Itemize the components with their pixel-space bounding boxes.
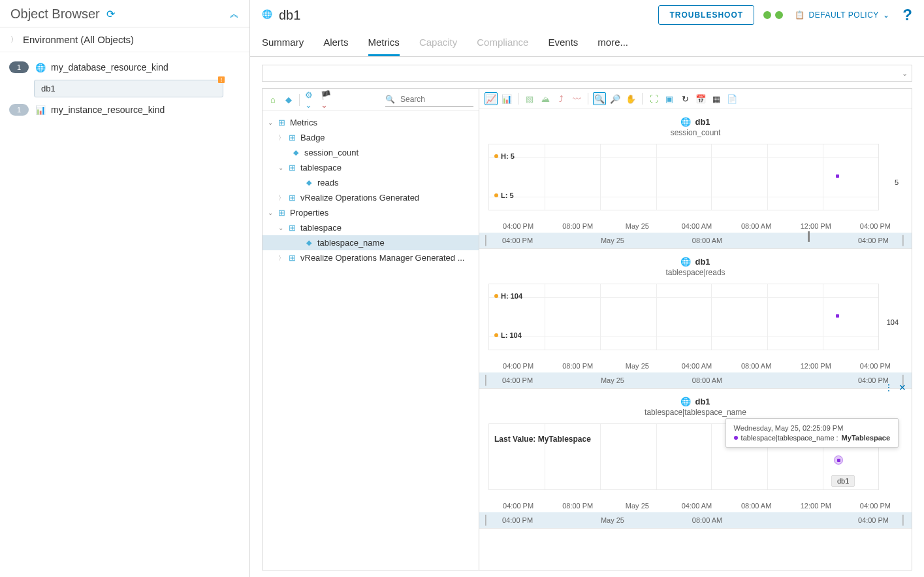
x-axis-labels: 04:00 PM08:00 PMMay 2504:00 AM08:00 AM12…	[479, 362, 912, 372]
table-icon[interactable]: ▦	[710, 92, 723, 105]
policy-dropdown[interactable]: 📋 DEFAULT POLICY ⌄	[795, 10, 889, 20]
export-icon[interactable]: 📄	[725, 92, 739, 105]
policy-icon: 📋	[795, 10, 805, 20]
more-icon[interactable]: ⋮	[884, 382, 893, 393]
pan-icon[interactable]: ✋	[624, 92, 637, 105]
tab-more[interactable]: more...	[597, 30, 628, 56]
tab-events[interactable]: Events	[548, 30, 578, 56]
troubleshoot-button[interactable]: TROUBLESHOOT	[658, 5, 754, 25]
environment-row[interactable]: 〉 Environment (All Objects)	[0, 27, 249, 52]
slider-handle-left-icon[interactable]: ⎢	[485, 375, 489, 386]
fit-icon[interactable]: ▣	[663, 92, 676, 105]
x-axis-labels: 04:00 PM08:00 PMMay 2504:00 AM08:00 AM12…	[479, 222, 912, 233]
warning-icon: !	[218, 76, 225, 83]
metrics-search[interactable]: 🔍	[385, 93, 473, 107]
slider-handle-right-icon[interactable]: ⎢	[902, 235, 906, 246]
reload-icon[interactable]: ↻	[678, 92, 692, 105]
tree-leaf-session-count[interactable]: ◆session_count	[263, 145, 479, 160]
filter-bar[interactable]: ⌄	[262, 65, 912, 82]
tab-metrics[interactable]: Metrics	[368, 30, 400, 56]
zoom-out-icon[interactable]: 🔎	[609, 92, 622, 105]
database-icon: 🌐	[680, 397, 691, 406]
time-slider[interactable]: ⎢ 04:00 PMMay 2508:00 AM04:00 PM ⎢	[479, 512, 912, 528]
close-icon[interactable]: ✕	[899, 382, 906, 393]
x-axis-labels: 04:00 PM08:00 PMMay 2504:00 AM08:00 AM12…	[479, 502, 912, 512]
chart-tooltip: Wednesday, May 25, 02:25:09 PM tablespac…	[725, 418, 899, 448]
charts-panel: 📈 📊 ▧ ⛰ ⤴ 〰 🔍 🔎 ✋ ⛶ ▣ ↻ 📅 ▦	[479, 89, 912, 570]
collapse-all-icon[interactable]: ◆	[283, 95, 294, 105]
tree-node-tablespace[interactable]: ⌄⊞tablespace	[263, 160, 479, 175]
chart-type-bar-icon[interactable]: 📊	[500, 92, 513, 105]
tab-capacity[interactable]: Capacity	[419, 30, 457, 56]
time-slider[interactable]: ⎢ 04:00 PMMay 2508:00 AM04:00 PM ⎢	[479, 233, 912, 248]
collapse-icon[interactable]: ︽	[230, 8, 239, 20]
tree-node-vrops-gen[interactable]: 〉⊞vRealize Operations Generated	[263, 190, 479, 205]
tree-node-vrops-mgr[interactable]: 〉⊞vRealize Operations Manager Generated …	[263, 250, 479, 265]
chart-tablespace-reads: 🌐db1 tablespace|reads H: 104 L: 104	[479, 249, 912, 389]
tree-node-metrics[interactable]: ⌄⊞Metrics	[263, 115, 479, 130]
tab-alerts[interactable]: Alerts	[323, 30, 348, 56]
tree-leaf-reads[interactable]: ◆reads	[263, 175, 479, 190]
resource-kind-label: my_instance_resource_kind	[51, 105, 165, 115]
gear-icon[interactable]: ⚙ ⌄	[305, 95, 315, 105]
tree-node-badge[interactable]: 〉⊞Badge	[263, 130, 479, 145]
resource-item-label: db1	[41, 84, 56, 93]
chart-plot-area[interactable]: H: 5 L: 5	[488, 144, 879, 210]
status-dot-icon	[775, 11, 783, 19]
resource-kind-row[interactable]: 1 📊 my_instance_resource_kind	[0, 101, 249, 118]
chart-anomaly-icon[interactable]: 〰	[570, 92, 583, 105]
database-icon: 🌐	[262, 9, 274, 21]
database-icon: 🌐	[680, 117, 691, 127]
tab-compliance[interactable]: Compliance	[477, 30, 528, 56]
slider-handle-right-icon[interactable]: ⎢	[902, 515, 906, 525]
refresh-icon[interactable]: ⟳	[106, 8, 115, 20]
count-badge: 1	[9, 104, 29, 116]
chart-tablespace-name: 🌐db1 tablespace|tablespace_name ⋮ ✕ Last…	[479, 389, 912, 529]
instance-icon: 📊	[35, 105, 46, 115]
tree-leaf-tablespace-name[interactable]: ◆tablespace_name	[263, 235, 479, 250]
tree-node-tablespace2[interactable]: ⌄⊞tablespace	[263, 220, 479, 235]
chart-trend-icon[interactable]: ⤴	[554, 92, 567, 105]
database-icon: 🌐	[35, 62, 46, 73]
metrics-tree-panel: ⌂ ◆ ⚙ ⌄ 🏴 ⌄ 🔍 ⌄⊞Metrics 〉⊞Badge ◆session…	[263, 89, 479, 570]
chart-area-icon[interactable]: ⛰	[539, 92, 552, 105]
expand-icon[interactable]: ⛶	[647, 92, 660, 105]
chart-session-count: 🌐db1 session_count H: 5 L: 5	[479, 109, 912, 249]
policy-label: DEFAULT POLICY	[809, 10, 879, 20]
environment-label: Environment (All Objects)	[23, 34, 134, 45]
database-icon: 🌐	[680, 257, 691, 267]
main-header: 🌐 db1 TROUBLESHOOT 📋 DEFAULT POLICY ⌄ ?	[250, 0, 924, 30]
chevron-right-icon: 〉	[10, 35, 18, 44]
tab-bar: Summary Alerts Metrics Capacity Complian…	[250, 30, 924, 57]
tree-node-properties[interactable]: ⌄⊞Properties	[263, 205, 479, 220]
last-value-label: Last Value: MyTablespace	[494, 435, 591, 444]
expand-icon: ⌄	[902, 69, 908, 78]
resource-kind-row[interactable]: 1 🌐 my_database_resource_kind	[0, 59, 249, 76]
slider-handle-left-icon[interactable]: ⎢	[485, 515, 489, 525]
slider-handle-left-icon[interactable]: ⎢	[485, 235, 489, 246]
hover-chip: db1	[831, 475, 855, 487]
chart-plot-area[interactable]: H: 104 L: 104	[488, 284, 879, 350]
zoom-icon[interactable]: 🔍	[593, 92, 606, 105]
chart-stacked-icon[interactable]: ▧	[523, 92, 536, 105]
object-browser-panel: Object Browser ⟳ ︽ 〉 Environment (All Ob…	[0, 0, 250, 577]
home-icon[interactable]: ⌂	[268, 95, 278, 105]
status-dot-icon	[763, 11, 771, 19]
tab-summary[interactable]: Summary	[262, 30, 304, 56]
chart-type-line-icon[interactable]: 📈	[485, 92, 498, 105]
time-slider[interactable]: ⎢ 04:00 PMMay 2508:00 AM04:00 PM ⎢	[479, 372, 912, 388]
search-input[interactable]	[398, 93, 473, 106]
resource-kind-label: my_database_resource_kind	[51, 62, 168, 73]
count-badge: 1	[9, 61, 29, 73]
search-icon: 🔍	[385, 95, 395, 104]
page-title: db1	[279, 8, 300, 23]
chart-toolbar: 📈 📊 ▧ ⛰ ⤴ 〰 🔍 🔎 ✋ ⛶ ▣ ↻ 📅 ▦	[479, 89, 912, 109]
sidebar-title: Object Browser	[10, 7, 100, 22]
chevron-down-icon: ⌄	[883, 10, 890, 20]
resource-item-db1[interactable]: db1 !	[34, 80, 223, 97]
filter-icon[interactable]: 🏴 ⌄	[321, 95, 331, 105]
help-icon[interactable]: ?	[902, 6, 912, 24]
date-range-icon[interactable]: 📅	[694, 92, 707, 105]
status-indicators	[763, 11, 783, 19]
